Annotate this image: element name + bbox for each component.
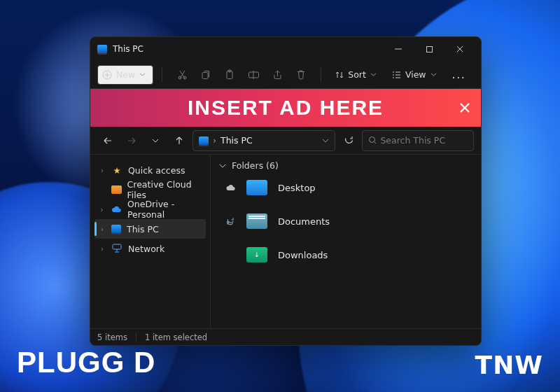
chevron-right-icon: › (99, 167, 106, 174)
sort-label: Sort (348, 69, 366, 80)
chevron-down-icon (322, 137, 329, 144)
folder-item-documents[interactable]: Documents (220, 207, 471, 235)
this-pc-icon (199, 136, 209, 145)
status-selection: 1 item selected (145, 332, 207, 342)
refresh-button[interactable] (338, 130, 359, 151)
watermark-label: TNW (475, 351, 543, 379)
separator (321, 67, 321, 83)
chevron-down-icon (219, 162, 226, 169)
recent-locations-button[interactable] (145, 130, 166, 151)
address-bar[interactable]: › This PC (192, 130, 335, 151)
sidebar-item-this-pc[interactable]: › This PC (94, 219, 206, 239)
separator (136, 332, 136, 342)
more-button[interactable]: ... (447, 65, 472, 85)
close-icon (456, 45, 464, 53)
up-button[interactable] (169, 130, 190, 151)
search-box[interactable] (362, 130, 474, 151)
close-icon (458, 102, 471, 114)
back-button[interactable] (97, 130, 118, 151)
ad-close-button[interactable] (458, 102, 471, 114)
new-button-label: New (116, 69, 135, 80)
more-icon: ... (452, 68, 466, 81)
chevron-down-icon (430, 71, 437, 78)
clipboard-group (171, 65, 312, 85)
arrow-left-icon (103, 136, 113, 146)
sidebar-item-quick-access[interactable]: › ★ Quick access (94, 160, 206, 180)
search-input[interactable] (380, 135, 468, 146)
navigation-pane[interactable]: › ★ Quick access Creative Cloud Files › … (90, 155, 211, 328)
title-bar-left: This PC (97, 44, 144, 54)
close-button[interactable] (444, 37, 475, 61)
chevron-right-icon: › (99, 206, 105, 214)
sidebar-item-onedrive[interactable]: › OneDrive - Personal (94, 200, 206, 219)
rename-icon (248, 70, 260, 80)
cut-icon (177, 69, 188, 80)
address-dropdown-button[interactable] (322, 137, 329, 144)
svg-rect-4 (202, 72, 208, 78)
refresh-icon (344, 135, 354, 146)
copy-button[interactable] (195, 65, 217, 85)
chevron-right-icon: › (213, 135, 216, 146)
copy-icon (201, 70, 211, 80)
window-body: › ★ Quick access Creative Cloud Files › … (90, 155, 481, 328)
folder-item-downloads[interactable]: Downloads (220, 241, 471, 269)
address-path: This PC (220, 135, 253, 146)
ad-text: INSERT AD HERE (188, 96, 384, 120)
sidebar-item-network[interactable]: › Network (94, 239, 206, 258)
wallpaper: This PC New (0, 0, 560, 392)
sync-icon (225, 216, 236, 226)
watermark-plugged: PLUGG D (17, 346, 155, 379)
svg-point-2 (178, 76, 181, 79)
view-button[interactable]: View (386, 65, 442, 85)
minimize-button[interactable] (383, 37, 414, 61)
svg-point-8 (370, 137, 375, 143)
share-button[interactable] (266, 65, 288, 85)
sidebar-item-label: OneDrive - Personal (127, 199, 206, 220)
ad-banner[interactable]: INSERT AD HERE (90, 89, 481, 127)
paste-button[interactable] (218, 65, 241, 85)
forward-button[interactable] (121, 130, 142, 151)
sidebar-item-label: This PC (127, 224, 159, 234)
folder-label: Desktop (278, 183, 316, 193)
delete-button[interactable] (290, 65, 312, 85)
folders-group-header[interactable]: Folders (6) (211, 155, 481, 174)
plus-circle-icon (102, 70, 112, 80)
sidebar-item-creative-cloud[interactable]: Creative Cloud Files (94, 180, 206, 200)
maximize-button[interactable] (414, 37, 444, 61)
sidebar-item-label: Network (128, 244, 164, 254)
svg-rect-9 (113, 244, 121, 249)
window-title: This PC (113, 44, 144, 54)
this-pc-icon (111, 225, 121, 233)
view-icon (392, 71, 401, 79)
rename-button[interactable] (242, 65, 265, 85)
folder-item-desktop[interactable]: Desktop (220, 174, 471, 202)
cloud-icon (225, 184, 236, 191)
watermark-tnw: TNW (475, 351, 543, 379)
sort-icon (335, 71, 344, 79)
folder-label: Downloads (278, 250, 328, 260)
star-icon: ★ (111, 165, 122, 175)
this-pc-icon (97, 45, 107, 53)
sidebar-item-label: Creative Cloud Files (127, 179, 206, 200)
folder-icon (244, 178, 270, 197)
search-icon (368, 136, 376, 145)
folder-icon (244, 211, 270, 231)
svg-rect-0 (426, 46, 432, 52)
chevron-down-icon (139, 71, 146, 78)
cloud-icon (111, 204, 122, 214)
folder-icon (244, 245, 270, 265)
sort-button[interactable]: Sort (330, 65, 382, 85)
share-icon (272, 70, 283, 80)
status-bar: 5 items 1 item selected (90, 328, 481, 345)
command-bar: New (90, 61, 481, 89)
chevron-down-icon (152, 137, 159, 144)
svg-point-3 (183, 76, 186, 79)
new-button[interactable]: New (97, 65, 153, 85)
cut-button[interactable] (171, 65, 193, 85)
folder-label: Documents (278, 216, 330, 227)
sidebar-item-label: Quick access (128, 165, 185, 176)
arrow-up-icon (174, 136, 184, 146)
title-bar[interactable]: This PC (90, 37, 481, 61)
separator (162, 67, 162, 83)
content-pane[interactable]: Folders (6) Desktop (211, 155, 481, 328)
